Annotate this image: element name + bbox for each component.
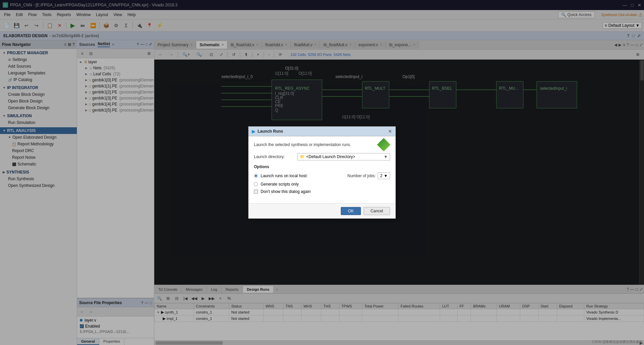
dialog-footer: OK Cancel bbox=[249, 203, 395, 218]
dialog-logo bbox=[375, 136, 392, 153]
dialog-overlay: ▶ Launch Runs ✕ Launch the selected synt… bbox=[0, 0, 644, 345]
num-jobs-dropdown[interactable]: 2 ▼ bbox=[378, 172, 390, 179]
dialog-launch-dir-row: Launch directory: 📁 <Default Launch Dire… bbox=[254, 153, 390, 160]
dialog-title-bar: ▶ Launch Runs ✕ bbox=[249, 127, 395, 136]
dont-show-checkbox[interactable] bbox=[254, 190, 258, 194]
num-jobs-arrow: ▼ bbox=[384, 174, 388, 178]
radio-scripts-row: Generate scripts only bbox=[254, 182, 390, 187]
launch-dir-arrow: ▼ bbox=[384, 154, 388, 159]
num-jobs-label: Number of jobs: bbox=[347, 174, 376, 178]
dialog-title-text: Launch Runs bbox=[258, 129, 388, 134]
radio-scripts-label: Generate scripts only bbox=[261, 182, 299, 187]
dialog-close-btn[interactable]: ✕ bbox=[388, 129, 392, 134]
radio-scripts-btn[interactable] bbox=[254, 182, 258, 186]
dialog-body: Launch the selected synthesis or impleme… bbox=[249, 136, 395, 203]
folder-icon: 📁 bbox=[300, 154, 305, 159]
radio-local-label: Launch runs on local host: bbox=[261, 174, 308, 178]
num-jobs-value: 2 bbox=[380, 174, 382, 178]
options-section: Options Launch runs on local host: Numbe… bbox=[254, 164, 390, 194]
dialog-description: Launch the selected synthesis or impleme… bbox=[254, 142, 390, 148]
radio-local-row: Launch runs on local host: Number of job… bbox=[254, 172, 390, 179]
dont-show-label: Don't show this dialog again bbox=[261, 189, 311, 194]
vivado-logo-shape bbox=[377, 138, 390, 151]
launch-dir-value: <Default Launch Directory> bbox=[306, 154, 355, 159]
dialog-launch-dir-dropdown[interactable]: 📁 <Default Launch Directory> ▼ bbox=[298, 153, 390, 160]
options-label: Options bbox=[254, 164, 390, 169]
launch-runs-dialog: ▶ Launch Runs ✕ Launch the selected synt… bbox=[248, 126, 396, 219]
dialog-launch-dir-label: Launch directory: bbox=[254, 154, 298, 159]
num-jobs-row: Number of jobs: 2 ▼ bbox=[347, 172, 390, 179]
cancel-button[interactable]: Cancel bbox=[364, 207, 390, 215]
dialog-title-icon: ▶ bbox=[252, 129, 256, 134]
ok-button[interactable]: OK bbox=[341, 207, 361, 215]
radio-local-btn[interactable] bbox=[254, 174, 258, 178]
dont-show-row: Don't show this dialog again bbox=[254, 189, 390, 194]
